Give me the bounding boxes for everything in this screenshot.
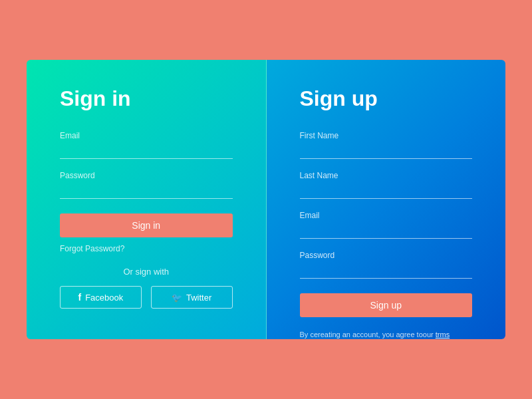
terms-link[interactable]: trms [436, 331, 450, 338]
facebook-label: Facebook [85, 293, 123, 303]
signup-email-input[interactable] [300, 223, 473, 239]
social-buttons-container: f Facebook 🐦 Twitter [60, 286, 233, 309]
facebook-icon: f [78, 292, 81, 303]
signup-password-label: Password [300, 251, 473, 260]
signup-password-group: Password [300, 251, 473, 279]
signup-panel: Sign up First Name Last Name Email Passw… [267, 60, 506, 339]
signup-email-group: Email [300, 211, 473, 239]
signin-button[interactable]: Sign in [60, 213, 233, 237]
twitter-label: Twitter [186, 293, 211, 303]
auth-card: Sign in Email Password Sign in Forgot Pa… [27, 60, 505, 339]
signup-title: Sign up [300, 86, 473, 111]
signup-firstname-input[interactable] [300, 143, 473, 159]
last-name-label: Last Name [300, 171, 473, 180]
email-group: Email [60, 131, 233, 159]
first-name-group: First Name [300, 131, 473, 159]
forgot-password-link[interactable]: Forgot Password? [60, 244, 233, 253]
twitter-button[interactable]: 🐦 Twitter [151, 286, 233, 309]
signin-title: Sign in [60, 86, 233, 111]
email-label: Email [60, 131, 233, 140]
signin-email-input[interactable] [60, 143, 233, 159]
signup-lastname-input[interactable] [300, 183, 473, 199]
signup-email-label: Email [300, 211, 473, 220]
signup-button[interactable]: Sign up [300, 293, 473, 317]
first-name-label: First Name [300, 131, 473, 140]
password-group: Password [60, 171, 233, 199]
last-name-group: Last Name [300, 171, 473, 199]
or-sign-with-label: Or sign with [60, 267, 233, 277]
twitter-icon: 🐦 [172, 293, 182, 303]
signin-panel: Sign in Email Password Sign in Forgot Pa… [27, 60, 267, 339]
facebook-button[interactable]: f Facebook [60, 286, 142, 309]
terms-text: By cereating an account, you agree toour… [300, 331, 473, 338]
signin-password-input[interactable] [60, 183, 233, 199]
signup-password-input[interactable] [300, 263, 473, 279]
password-label: Password [60, 171, 233, 180]
terms-prefix: By cereating an account, you agree toour [300, 331, 436, 338]
